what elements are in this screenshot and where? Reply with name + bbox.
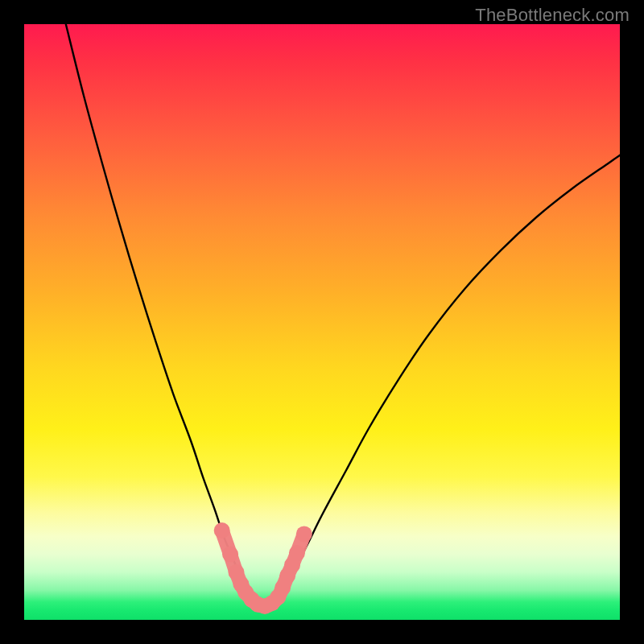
plot-area <box>24 24 620 620</box>
marker-group <box>214 522 312 614</box>
series-right-branch <box>262 155 620 607</box>
marker-point <box>214 522 230 539</box>
marker-point <box>296 526 312 542</box>
series-group <box>66 24 620 607</box>
watermark-text: TheBottleneck.com <box>475 5 630 26</box>
chart-svg <box>24 24 620 620</box>
chart-frame: TheBottleneck.com <box>0 0 644 644</box>
marker-point <box>289 545 305 561</box>
series-left-branch <box>66 24 262 607</box>
marker-point <box>222 547 238 563</box>
